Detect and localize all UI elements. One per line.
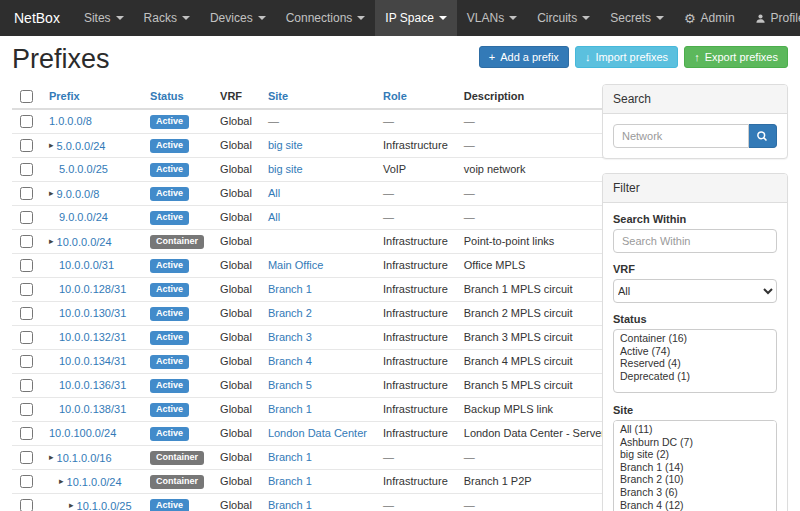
vrf-cell: Global [212,421,260,445]
gear-icon: ⚙ [684,12,696,25]
row-checkbox[interactable] [20,427,33,440]
filter-option[interactable]: Deprecated (1) [614,370,776,383]
site-cell[interactable]: Branch 4 [268,355,312,367]
prefix-link[interactable]: 5.0.0.0/25 [59,163,108,175]
select-all-checkbox[interactable] [20,90,33,103]
row-checkbox[interactable] [20,163,33,176]
nav-item-label: Sites [84,11,111,25]
site-filter-listbox[interactable]: All (11)Ashburn DC (7)big site (2)Branch… [613,420,777,511]
row-checkbox[interactable] [20,355,33,368]
nav-item-connections[interactable]: Connections [276,0,376,36]
search-button[interactable] [749,124,777,148]
nav-item-vlans[interactable]: VLANs [457,0,527,36]
filter-option[interactable]: Branch 2 (10) [614,473,776,486]
site-cell[interactable]: All [268,187,280,199]
vrf-select[interactable]: All [613,279,777,303]
add-prefix-button[interactable]: + Add a prefix [479,46,569,68]
nav-item-secrets[interactable]: Secrets [600,0,674,36]
nav-item-devices[interactable]: Devices [200,0,276,36]
row-checkbox[interactable] [20,211,33,224]
site-cell[interactable]: Branch 3 [268,331,312,343]
export-prefixes-button[interactable]: ↑ Export prefixes [684,46,788,68]
prefix-link[interactable]: 10.0.0.132/31 [59,331,126,343]
filter-option[interactable]: Active (74) [614,345,776,358]
nav-item-circuits[interactable]: Circuits [527,0,600,36]
prefix-link[interactable]: 10.0.0.134/31 [59,355,126,367]
prefix-link[interactable]: 1.0.0.0/8 [49,115,92,127]
filter-option[interactable]: Branch 3 (6) [614,486,776,499]
filter-option[interactable]: Container (16) [614,332,776,345]
row-checkbox[interactable] [20,331,33,344]
app-logo[interactable]: NetBox [0,0,74,36]
nav-item-ip-space[interactable]: IP Space [375,0,456,36]
site-cell[interactable]: All [268,211,280,223]
chevron-down-icon [656,16,664,20]
filter-option[interactable]: big site (2) [614,448,776,461]
prefix-link[interactable]: 9.0.0.0/24 [59,211,108,223]
table-row: 10.0.0.128/31 Active Global Branch 1 Inf… [12,277,656,301]
status-badge: Active [150,331,189,345]
prefix-link[interactable]: 10.0.0.0/24 [57,236,112,248]
import-icon: ↓ [585,52,591,63]
column-header-role[interactable]: Role [375,84,456,109]
search-within-input[interactable] [613,229,777,253]
row-checkbox[interactable] [20,403,33,416]
prefix-link[interactable]: 10.0.0.128/31 [59,283,126,295]
site-cell[interactable]: Branch 5 [268,379,312,391]
site-cell[interactable]: big site [268,163,303,175]
top-navbar: NetBox Sites Racks Devices Connections I… [0,0,800,36]
site-cell[interactable]: Branch 1 [268,403,312,415]
site-cell[interactable]: Branch 1 [268,499,312,511]
prefix-link[interactable]: 9.0.0.0/8 [57,188,100,200]
search-input[interactable] [613,124,749,148]
row-checkbox[interactable] [20,259,33,272]
column-header-prefix[interactable]: Prefix [41,84,142,109]
prefix-link[interactable]: 5.0.0.0/24 [57,140,106,152]
site-cell[interactable]: Branch 1 [268,451,312,463]
expand-arrow-icon: ▸ [49,189,54,198]
site-cell[interactable]: Branch 2 [268,307,312,319]
nav-item-sites[interactable]: Sites [74,0,134,36]
filter-option[interactable]: All (11) [614,423,776,436]
column-header-site[interactable]: Site [260,84,375,109]
filter-option[interactable]: Reserved (4) [614,357,776,370]
row-checkbox[interactable] [20,235,33,248]
status-badge: Active [150,355,189,369]
nav-item-label: Racks [144,11,177,25]
table-row: ▸ 10.1.0.0/24 Container Global Branch 1 … [12,469,656,493]
prefix-link[interactable]: 10.0.100.0/24 [49,427,116,439]
admin-link[interactable]: ⚙ Admin [674,0,745,36]
site-cell[interactable]: Branch 1 [268,475,312,487]
nav-item-racks[interactable]: Racks [134,0,200,36]
prefix-link[interactable]: 10.1.0.0/25 [77,500,132,511]
site-cell[interactable]: big site [268,139,303,151]
site-cell[interactable]: London Data Center [268,427,367,439]
row-checkbox[interactable] [20,187,33,200]
row-checkbox[interactable] [20,139,33,152]
prefix-link[interactable]: 10.0.0.136/31 [59,379,126,391]
import-prefixes-button[interactable]: ↓ Import prefixes [575,46,678,68]
row-checkbox[interactable] [20,283,33,296]
site-cell[interactable]: Branch 1 [268,283,312,295]
prefix-link[interactable]: 10.1.0.0/24 [67,476,122,488]
row-checkbox[interactable] [20,379,33,392]
role-cell: — [375,493,456,511]
row-checkbox[interactable] [20,451,33,464]
prefix-link[interactable]: 10.0.0.0/31 [59,259,114,271]
prefix-link[interactable]: 10.0.0.130/31 [59,307,126,319]
row-checkbox[interactable] [20,499,33,511]
filter-option[interactable]: Branch 1 (14) [614,461,776,474]
profile-link[interactable]: Profile [745,0,800,36]
vrf-cell: Global [212,349,260,373]
filter-option[interactable]: Ashburn DC (7) [614,436,776,449]
row-checkbox[interactable] [20,475,33,488]
column-header-status[interactable]: Status [142,84,212,109]
prefix-link[interactable]: 10.1.0.0/16 [57,452,112,464]
status-filter-listbox[interactable]: Container (16)Active (74)Reserved (4)Dep… [613,329,777,393]
import-prefixes-label: Import prefixes [595,50,668,64]
row-checkbox[interactable] [20,307,33,320]
filter-option[interactable]: Branch 4 (12) [614,499,776,511]
site-cell[interactable]: Main Office [268,259,323,271]
row-checkbox[interactable] [20,115,33,128]
prefix-link[interactable]: 10.0.0.138/31 [59,403,126,415]
